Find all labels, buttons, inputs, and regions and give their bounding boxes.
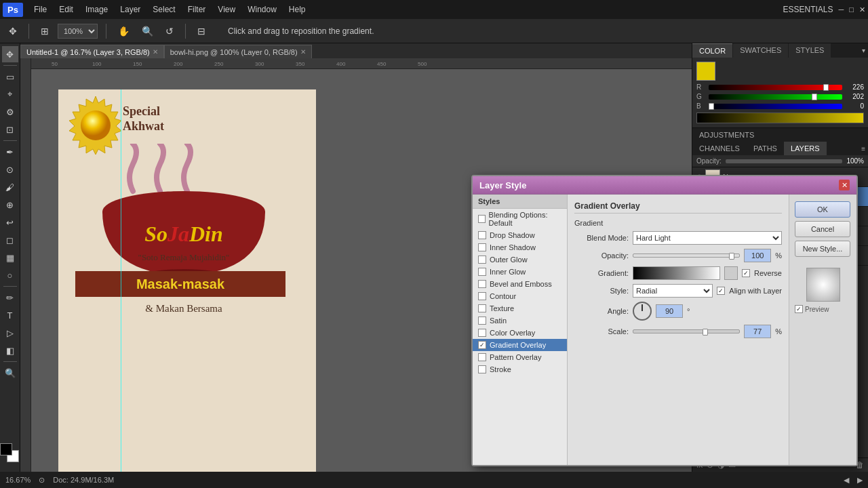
opacity-slider[interactable] bbox=[726, 159, 843, 163]
clone-tool[interactable]: ⊕ bbox=[2, 197, 18, 213]
canvas-document[interactable]: Special Akhwat SoJaDin bbox=[58, 89, 316, 472]
dialog-close-btn[interactable]: ✕ bbox=[839, 180, 850, 190]
r-slider-thumb[interactable] bbox=[823, 84, 829, 91]
angle-knob[interactable] bbox=[633, 302, 652, 321]
adjustments-tab[interactable]: ADJUSTMENTS bbox=[692, 128, 761, 142]
pen-tool[interactable]: ✏ bbox=[2, 289, 18, 306]
style-checkbox-blending[interactable] bbox=[478, 215, 486, 223]
ok-button[interactable]: OK bbox=[795, 201, 850, 218]
scroll-right[interactable]: ▶ bbox=[857, 476, 863, 485]
style-checkbox-bevel[interactable] bbox=[478, 280, 486, 288]
scroll-left[interactable]: ◀ bbox=[844, 476, 849, 485]
style-checkbox-gradient-overlay[interactable]: ✓ bbox=[478, 341, 486, 349]
tab-bowl[interactable]: bowl-hi.png @ 100% (Layer 0, RGB/8) ✕ bbox=[164, 45, 312, 58]
reverse-checkbox[interactable]: ✓ bbox=[742, 269, 750, 277]
g-slider-track[interactable] bbox=[709, 94, 842, 100]
close-btn[interactable]: ✕ bbox=[859, 5, 865, 14]
scale-slider-thumb[interactable] bbox=[703, 329, 708, 336]
zoom-tool-left[interactable]: 🔍 bbox=[2, 365, 18, 381]
move-tool-icon[interactable]: ✥ bbox=[5, 24, 20, 39]
tab-close-untitled[interactable]: ✕ bbox=[153, 48, 158, 56]
paths-tab[interactable]: PATHS bbox=[747, 142, 784, 155]
menu-image[interactable]: Image bbox=[80, 3, 113, 16]
b-slider-track[interactable] bbox=[709, 104, 842, 109]
style-select[interactable]: Radial bbox=[633, 284, 713, 298]
panel-collapse-icon[interactable]: ▾ bbox=[862, 47, 865, 54]
style-checkbox-drop[interactable] bbox=[478, 231, 486, 239]
menu-window[interactable]: Window bbox=[242, 3, 282, 16]
menu-layer[interactable]: Layer bbox=[115, 3, 146, 16]
minimize-btn[interactable]: ─ bbox=[839, 5, 844, 14]
color-spectrum[interactable] bbox=[696, 113, 864, 123]
gradient-tool[interactable]: ▦ bbox=[2, 249, 18, 266]
fg-color-swatch[interactable] bbox=[0, 443, 12, 455]
view-options-icon[interactable]: ⊟ bbox=[194, 24, 209, 39]
layers-options-icon[interactable]: ≡ bbox=[859, 142, 868, 155]
menu-file[interactable]: File bbox=[28, 3, 52, 16]
scale-input[interactable] bbox=[744, 325, 771, 338]
g-slider-thumb[interactable] bbox=[812, 94, 817, 100]
new-style-button[interactable]: New Style... bbox=[795, 241, 850, 257]
tool-options-icon[interactable]: ⊞ bbox=[37, 24, 52, 39]
history-tool[interactable]: ↩ bbox=[2, 214, 18, 230]
channels-tab[interactable]: CHANNELS bbox=[692, 142, 747, 155]
layers-tab[interactable]: LAYERS bbox=[784, 142, 827, 155]
style-texture[interactable]: Texture bbox=[473, 302, 567, 314]
zoom-tool-icon[interactable]: 🔍 bbox=[138, 24, 157, 39]
style-checkbox-pattern-overlay[interactable] bbox=[478, 353, 486, 361]
crop-tool[interactable]: ⊡ bbox=[2, 121, 18, 138]
style-checkbox-satin[interactable] bbox=[478, 317, 486, 325]
menu-view[interactable]: View bbox=[212, 3, 241, 16]
quick-select-tool[interactable]: ⚙ bbox=[2, 104, 18, 120]
spot-heal-tool[interactable]: ⊙ bbox=[2, 161, 18, 178]
hand-tool-icon[interactable]: ✋ bbox=[115, 24, 133, 39]
style-checkbox-stroke[interactable] bbox=[478, 365, 486, 373]
path-tool[interactable]: ▷ bbox=[2, 325, 18, 341]
marquee-tool[interactable]: ▭ bbox=[2, 68, 18, 85]
blend-mode-select[interactable]: Hard Light bbox=[633, 231, 782, 245]
eraser-tool[interactable]: ◻ bbox=[2, 232, 18, 248]
style-drop-shadow[interactable]: Drop Shadow bbox=[473, 229, 567, 241]
style-bevel[interactable]: Bevel and Emboss bbox=[473, 278, 567, 290]
style-inner-shadow[interactable]: Inner Shadow bbox=[473, 241, 567, 253]
style-gradient-overlay[interactable]: ✓ Gradient Overlay bbox=[473, 339, 567, 351]
opacity-slider-thumb[interactable] bbox=[729, 253, 734, 260]
menu-select[interactable]: Select bbox=[147, 3, 180, 16]
opacity-input[interactable] bbox=[744, 249, 771, 262]
tab-close-bowl[interactable]: ✕ bbox=[300, 48, 306, 56]
tab-untitled[interactable]: Untitled-1 @ 16.7% (Layer 3, RGB/8) ✕ bbox=[20, 45, 164, 58]
align-checkbox[interactable]: ✓ bbox=[717, 287, 725, 295]
style-checkbox-outer-glow[interactable] bbox=[478, 256, 486, 264]
style-checkbox-color-overlay[interactable] bbox=[478, 329, 486, 337]
style-blending[interactable]: Blending Options: Default bbox=[473, 209, 567, 229]
style-checkbox-inner-glow[interactable] bbox=[478, 268, 486, 276]
text-tool[interactable]: T bbox=[2, 307, 18, 323]
style-checkbox-inner-shadow[interactable] bbox=[478, 243, 486, 251]
menu-help[interactable]: Help bbox=[283, 3, 311, 16]
fg-color-preview[interactable] bbox=[696, 62, 715, 81]
gradient-options-btn[interactable]: ▾ bbox=[724, 266, 738, 280]
color-tab[interactable]: COLOR bbox=[692, 43, 732, 58]
opacity-slider-track[interactable] bbox=[633, 253, 740, 258]
shape-tool[interactable]: ◧ bbox=[2, 342, 18, 359]
eyedropper-tool[interactable]: ✒ bbox=[2, 144, 18, 160]
menu-filter[interactable]: Filter bbox=[182, 3, 212, 16]
style-stroke[interactable]: Stroke bbox=[473, 363, 567, 375]
style-pattern-overlay[interactable]: Pattern Overlay bbox=[473, 351, 567, 363]
cancel-button[interactable]: Cancel bbox=[795, 221, 850, 237]
rotate-icon[interactable]: ↺ bbox=[162, 24, 177, 39]
b-slider-thumb[interactable] bbox=[709, 103, 714, 110]
brush-tool[interactable]: 🖌 bbox=[2, 179, 18, 195]
style-inner-glow[interactable]: Inner Glow bbox=[473, 266, 567, 278]
angle-input[interactable] bbox=[656, 304, 683, 318]
zoom-select[interactable]: 100% bbox=[58, 24, 98, 39]
menu-edit[interactable]: Edit bbox=[54, 3, 79, 16]
move-tool[interactable]: ✥ bbox=[2, 46, 18, 62]
restore-btn[interactable]: □ bbox=[849, 5, 854, 14]
style-contour[interactable]: Contour bbox=[473, 290, 567, 302]
styles-tab[interactable]: STYLES bbox=[789, 43, 831, 58]
style-satin[interactable]: Satin bbox=[473, 314, 567, 327]
swatches-tab[interactable]: SWATCHES bbox=[733, 43, 788, 58]
preview-checkbox[interactable]: ✓ bbox=[795, 305, 803, 313]
r-slider-track[interactable] bbox=[709, 85, 842, 90]
